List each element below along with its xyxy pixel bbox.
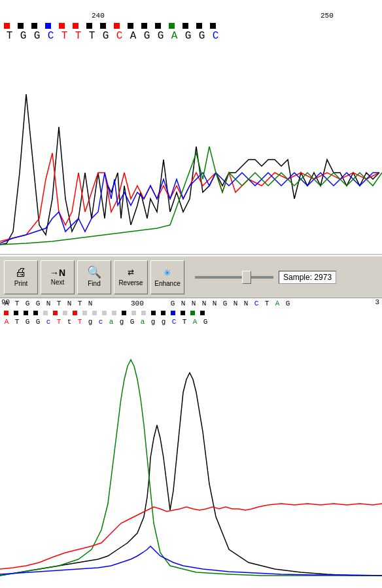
top-position-row: 240 250 xyxy=(0,12,382,21)
zoom-slider-container[interactable] xyxy=(192,276,276,279)
find-label: Find xyxy=(88,280,100,287)
enhance-icon: ✳ xyxy=(164,267,171,279)
reverse-icon: ⇄ xyxy=(128,268,134,278)
enhance-label: Enhance xyxy=(154,280,180,287)
reverse-label: Reverse xyxy=(118,279,143,286)
next-icon: →N xyxy=(50,268,65,277)
top-sequence-row: T G G C T T T G C A G G A G G C xyxy=(0,30,382,42)
enhance-button[interactable]: ✳ Enhance xyxy=(150,260,184,294)
print-button[interactable]: 🖨 Print xyxy=(4,260,38,294)
print-icon: 🖨 xyxy=(15,267,27,279)
bottom-chromatogram-svg xyxy=(0,327,382,585)
sample-label: Sample: 2973 xyxy=(279,271,336,284)
bottom-pos-right: 3 xyxy=(375,298,379,306)
top-squares-row xyxy=(0,21,382,30)
slider-thumb[interactable] xyxy=(242,271,251,284)
reverse-button[interactable]: ⇄ Reverse xyxy=(114,260,148,294)
find-button[interactable]: 🔍 Find xyxy=(77,260,111,294)
top-chromatogram-panel: 240 250 T G G C T T T G C A G G A G xyxy=(0,0,382,255)
next-label: Next xyxy=(51,279,65,286)
bottom-seq-top-row: A T G G N T N T N 300 G N N N N G N N C … xyxy=(0,298,382,309)
toolbar: 🖨 Print →N Next 🔍 Find ⇄ Reverse ✳ Enhan… xyxy=(0,255,382,298)
bottom-squares-row xyxy=(0,309,382,317)
bottom-seq-bottom-row: A T G G c T t T g c a g G a g g C T A G xyxy=(0,317,382,327)
bottom-pos-left: 90 xyxy=(1,298,10,306)
next-button[interactable]: →N Next xyxy=(41,260,75,294)
find-icon: 🔍 xyxy=(87,267,101,279)
bottom-chromatogram-panel: A T G G N T N T N 300 G N N N N G N N C … xyxy=(0,298,382,587)
print-label: Print xyxy=(14,280,28,287)
slider-track[interactable] xyxy=(195,276,273,279)
top-chromatogram-svg xyxy=(0,42,382,251)
